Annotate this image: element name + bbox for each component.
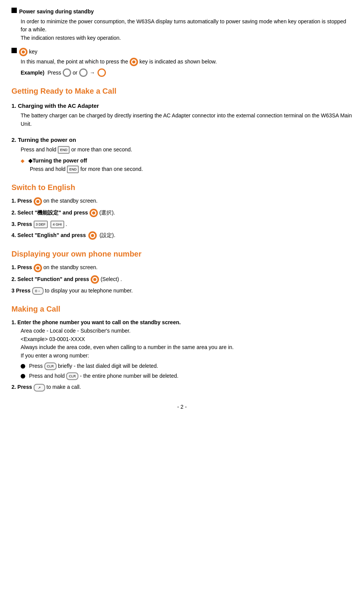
charging-text: The battery charger can be charged by di… [21,112,353,128]
example-or-text: or [73,69,77,77]
switch-step2-key [89,209,98,217]
turning-on-heading: 2. Turning the power on [11,135,353,144]
making-call-step2-text: 2. Press [11,384,32,390]
power-key-icon-2: END [67,166,79,173]
example-line: Example) Press or → [21,68,353,77]
making-call-step1-b: <Example> 03-0001-XXXX [21,335,353,344]
key-circle-inline [130,58,138,66]
display-step1: 1. Press on the standby screen. [11,263,353,272]
power-saving-para1: In order to minimize the power consumpti… [21,18,353,34]
making-call-step1: 1. Enter the phone number you want to ca… [11,318,353,380]
turning-off-subheading: ◆Turning the power off [21,157,353,165]
key-circle-example3 [98,68,106,77]
turning-on-section: 2. Turning the power on Press and hold E… [11,135,353,174]
switch-step4: 4. Select "English" and press (設定). [11,231,353,240]
key-header-line: key [11,48,353,56]
key-circle-example1 [63,68,71,77]
charging-heading: 1. Charging with the AC Adapter [11,101,353,110]
charging-section: 1. Charging with the AC Adapter The batt… [11,101,353,128]
switch-english-section: 1. Press on the standby screen. 2. Selec… [11,197,353,240]
power-saving-section: Power saving during standby In order to … [11,8,353,42]
page-number-text: - 2 - [177,404,187,410]
switch-step1-text-b: on the standby screen. [44,198,98,204]
switch-step3-text-b: . [65,221,67,227]
turning-off-text2: for more than one second. [80,166,143,172]
display-phone-section: 1. Press on the standby screen. 2. Selec… [11,263,353,295]
getting-ready-heading: Getting Ready to Make a Call [11,85,353,97]
switch-english-heading-block: Switch to English [11,182,353,193]
switch-step2: 2. Select "機能設定" and press (選択). [11,209,353,217]
power-saving-para2: The indication restores with key operati… [21,34,353,42]
display-step3-text: 3 Press [11,288,31,294]
turning-off-step: Press and hold END for more than one sec… [30,165,353,173]
turning-on-text2: or more than one second. [71,146,132,153]
key-section: key In this manual, the point at which t… [11,48,353,77]
display-step2: 2. Select "Function" and press (Select) … [11,275,353,284]
making-call-step1-heading: 1. Enter the phone number you want to ca… [11,319,181,325]
making-call-step1-a: Area code - Local code - Subscriber's nu… [21,327,353,335]
making-call-step1-d: If you enter a wrong number: [21,352,353,360]
making-call-bullet2: Press and hold CLR - the entire phone nu… [21,372,353,380]
making-call-heading-block: Making a Call [11,303,353,315]
arrow-symbol: → [90,69,95,77]
delete-key-icon-2: CLR [66,372,78,380]
making-call-step2: 2. Press ↗ to make a call. [11,383,353,391]
square-bullet-icon [11,8,17,13]
display-step1-text: 1. Press [11,264,32,270]
display-step3: 3 Press 0→ to display your au telephone … [11,287,353,295]
switch-step4-key [88,231,97,240]
switch-step3: 3. Press 3 DEF 4 GHI . [11,220,353,228]
making-call-bullet1: Press CLR briefly - the last dialed digi… [21,362,353,370]
making-call-bullet2-text: Press and hold [29,373,65,379]
delete-key-icon: CLR [44,362,57,370]
display-step3-key: 0→ [32,287,44,295]
making-call-bullet2-text-b: - the entire phone number will be delete… [80,373,179,379]
circle-bullet-icon1 [21,364,25,369]
power-saving-heading: Power saving during standby [19,8,94,15]
display-step2-key [91,275,99,284]
making-call-step1-details: Area code - Local code - Subscriber's nu… [21,327,353,380]
turning-on-text: Press and hold [21,146,56,153]
key-desc-text: In this manual, the point at which to pr… [21,58,353,66]
power-key-icon: END [58,146,70,154]
switch-step1-text: 1. Press [11,198,32,204]
key-circle-example2 [79,68,88,77]
making-call-step1-c: Always include the area code, even when … [21,343,353,352]
example-press-text: Press [47,69,61,77]
power-saving-body: In order to minimize the power consumpti… [21,18,353,42]
switch-step3-key2: 4 GHI [50,221,64,228]
switch-step2-text-b: (選択). [99,210,115,216]
making-call-bullet1-text-b: briefly - the last dialed digit will be … [58,363,158,369]
making-call-step2-text-b: to make a call. [47,384,81,390]
switch-step3-text: 3. Press [11,221,32,227]
switch-step4-text: 4. Select "English" and press [11,232,86,238]
key-desc-block: In this manual, the point at which to pr… [21,58,353,77]
switch-step2-text: 2. Select "機能設定" and press [11,210,88,216]
square-bullet-icon-2 [11,48,17,53]
key-circle-icon [19,48,28,56]
display-step2-text: 2. Select "Function" and press [11,276,89,282]
making-call-section: 1. Enter the phone number you want to ca… [11,318,353,391]
switch-step1-key [34,197,42,206]
diamond-bullet-icon [21,159,24,163]
turning-off-text: Press and hold [30,166,65,172]
power-off-block: ◆Turning the power off Press and hold EN… [21,157,353,173]
switch-step1: 1. Press on the standby screen. [11,197,353,205]
display-step2-text-b: (Select) . [101,276,122,282]
example-label: Example) [21,69,44,77]
making-call-bullet1-text: Press [29,363,43,369]
switch-step4-text-b: (設定). [99,232,115,238]
display-step1-key [34,264,42,272]
display-phone-heading-block: Displaying your own phone number [11,248,353,260]
page-number: - 2 - [11,403,353,411]
power-saving-header: Power saving during standby [11,8,353,16]
display-step3-text-b: to display your au telephone number. [45,288,133,294]
circle-bullet-icon2 [21,374,25,379]
display-step1-text-b: on the standby screen. [44,264,98,270]
call-key-icon: ↗ [34,384,45,392]
switch-step3-key1: 3 DEF [34,221,48,228]
key-heading-label: key [29,48,37,56]
turning-on-step: Press and hold END or more than one seco… [21,146,353,154]
